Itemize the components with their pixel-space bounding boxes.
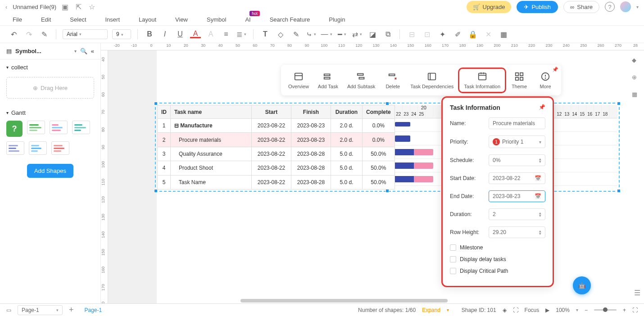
gantt-shape-6[interactable] (51, 141, 69, 155)
add-page-icon[interactable]: + (69, 305, 74, 315)
share-button[interactable]: ∞ Share (563, 1, 599, 13)
line-weight-icon[interactable]: ━▾ (336, 29, 347, 40)
table-row[interactable]: 5 Task Name2023-08-222023-08-285.0 d.50.… (158, 175, 395, 189)
ctx-delete[interactable]: Delete (380, 69, 406, 92)
help-bubble-icon[interactable]: ? (6, 121, 23, 137)
table-row[interactable]: 2 Procure materials2023-08-222023-08-232… (158, 133, 395, 147)
menu-symbol[interactable]: Symbol (207, 16, 226, 23)
calendar-icon[interactable]: 📅 (535, 193, 541, 199)
table-icon[interactable]: ▦ (498, 29, 509, 40)
menu-select[interactable]: Select (70, 16, 86, 23)
zoom-in-icon[interactable]: + (623, 307, 626, 313)
critical-path-checkbox[interactable]: Display Critical Path (450, 268, 545, 274)
upgrade-button[interactable]: 🛒 Upgrade (467, 1, 512, 13)
gantt-shape-3[interactable] (72, 121, 90, 134)
col-name[interactable]: Task name (171, 105, 252, 119)
stepper-icon[interactable]: ▴▾ (539, 230, 541, 235)
zoom-out-icon[interactable]: − (585, 307, 588, 313)
publish-button[interactable]: ✈ Publish (517, 1, 558, 13)
fill-panel-icon[interactable]: ◆ (632, 57, 641, 66)
horizontal-scrollbar[interactable] (240, 299, 448, 302)
font-size-select[interactable]: 9▾ (112, 29, 131, 39)
menu-edit[interactable]: Edit (41, 16, 51, 23)
ctx-add-task[interactable]: Add Task (313, 69, 343, 92)
start-date-input[interactable]: 2023-08-22📅 (489, 172, 545, 184)
line-color-icon[interactable]: ✎ (290, 29, 301, 40)
chat-bubble-icon[interactable]: 🤖 (573, 276, 591, 294)
play-icon[interactable]: ▶ (545, 307, 549, 313)
row-height-input[interactable]: 29.20▴▾ (489, 226, 545, 238)
arrow-style-icon[interactable]: ⇄▾ (352, 29, 363, 40)
gantt-shape-2[interactable] (50, 121, 68, 134)
export-icon[interactable]: ⇱ (76, 3, 82, 11)
gantt-table[interactable]: ID Task name Start Finish Duration Compl… (157, 105, 395, 190)
star-icon[interactable]: ☆ (89, 3, 95, 11)
menu-view[interactable]: View (175, 16, 188, 23)
pin-panel-icon[interactable]: 📌 (539, 104, 545, 111)
dropdown-icon[interactable]: ▾ (74, 49, 77, 54)
format-painter-icon[interactable]: ✎ (39, 29, 50, 40)
ctx-dependencies[interactable]: Task Dependencies (406, 69, 458, 92)
settings-toggle-icon[interactable]: ☰ (634, 289, 640, 297)
menu-ai[interactable]: AIhot (245, 16, 250, 23)
gantt-shape-5[interactable] (29, 141, 47, 155)
underline-icon[interactable]: U (175, 29, 186, 40)
end-date-input[interactable]: 2023-08-23📅 (489, 190, 545, 202)
priority-select[interactable]: 1Priority 1▾ (489, 135, 545, 148)
ctx-task-info[interactable]: Task Information (458, 68, 506, 93)
duration-input[interactable]: 2▴▾ (489, 208, 545, 220)
line-spacing-icon[interactable]: ≣▾ (236, 29, 247, 40)
delay-checkbox[interactable]: Display delay tasks (450, 256, 545, 262)
shadow-icon[interactable]: ◪ (367, 29, 378, 40)
collect-section[interactable]: ▾ collect (0, 59, 100, 75)
add-shapes-button[interactable]: Add Shapes (27, 164, 73, 178)
table-row[interactable]: 4 Product Shoot2023-08-222023-08-285.0 d… (158, 161, 395, 175)
line-style-icon[interactable]: —▾ (321, 29, 332, 40)
gantt-section[interactable]: ▾ Gantt (0, 105, 100, 121)
back-icon[interactable]: ‹ (5, 4, 7, 10)
font-color-icon[interactable]: A (190, 30, 201, 38)
pin-icon[interactable]: 📌 (552, 67, 558, 72)
help-icon[interactable]: ? (605, 2, 615, 12)
save-icon[interactable]: ▣ (62, 3, 68, 11)
redo-icon[interactable]: ↷ (23, 29, 34, 40)
fill-icon[interactable]: ◇ (275, 29, 286, 40)
schedule-input[interactable]: 0%▴▾ (489, 154, 545, 166)
effects-icon[interactable]: ✦ (437, 29, 448, 40)
layers-icon[interactable]: ◈ (503, 307, 507, 313)
name-input[interactable]: Procure materials (489, 117, 545, 129)
col-start[interactable]: Start (252, 105, 291, 119)
gantt-shape-4[interactable] (6, 141, 24, 155)
avatar-menu-caret-icon[interactable]: ▾ (636, 5, 639, 9)
table-row[interactable]: 1⊟ Manufacture2023-08-222023-08-232.0 d.… (158, 119, 395, 133)
gantt-shape-1[interactable] (27, 121, 45, 134)
lock-icon[interactable]: 🔒 (467, 29, 478, 40)
search-icon[interactable]: 🔍 (80, 48, 87, 54)
menu-file[interactable]: File (13, 16, 22, 23)
pages-icon[interactable]: ▭ (6, 307, 11, 313)
edit-icon[interactable]: ✐ (452, 29, 463, 40)
drag-zone[interactable]: ⊕ Drag Here (6, 77, 94, 99)
menu-search[interactable]: Search Feature (270, 16, 310, 23)
calendar-icon[interactable]: 📅 (535, 175, 541, 181)
tools-icon[interactable]: ✕ (483, 29, 494, 40)
font-family-select[interactable]: Arial▾ (63, 29, 108, 39)
focus-label[interactable]: Focus (525, 307, 540, 313)
crop-icon[interactable]: ⧉ (382, 29, 393, 40)
stepper-icon[interactable]: ▴▾ (539, 212, 541, 217)
col-finish[interactable]: Finish (291, 105, 331, 119)
ctx-add-subtask[interactable]: Add Subtask (343, 69, 380, 92)
align-objects-icon[interactable]: ⊟ (406, 29, 417, 40)
collapse-icon[interactable]: « (91, 48, 94, 54)
fullscreen-icon[interactable]: ⛶ (632, 307, 638, 313)
page-select[interactable]: Page-1▾ (18, 305, 63, 315)
menu-insert[interactable]: Insert (105, 16, 120, 23)
file-name[interactable]: Unnamed File(9) (13, 4, 56, 10)
menu-layout[interactable]: Layout (139, 16, 156, 23)
italic-icon[interactable]: I (159, 29, 170, 40)
menu-plugin[interactable]: Plugin (329, 16, 345, 23)
avatar[interactable] (620, 1, 631, 12)
col-complete[interactable]: Complete (363, 105, 395, 119)
highlight-icon[interactable]: A (205, 29, 216, 40)
stepper-icon[interactable]: ▴▾ (539, 158, 541, 163)
